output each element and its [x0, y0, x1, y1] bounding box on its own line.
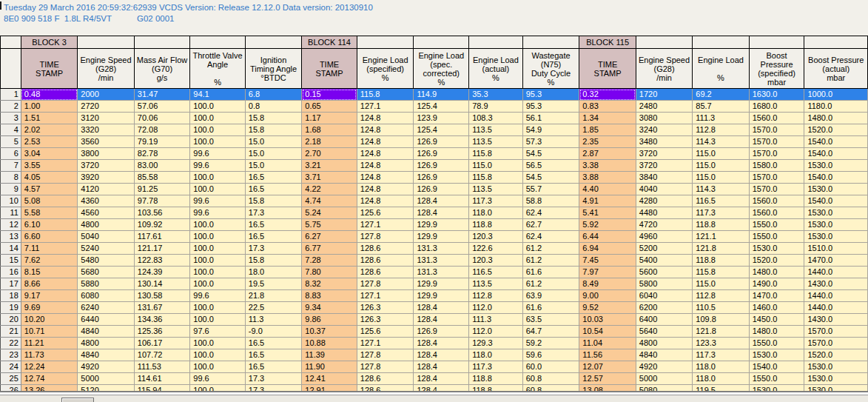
timestamp-cell[interactable]: 6.27 — [302, 231, 357, 243]
timestamp-cell[interactable]: 9.86 — [302, 314, 357, 326]
value-cell[interactable]: 56.1 — [522, 113, 579, 124]
value-cell[interactable]: 4960 — [636, 231, 692, 243]
value-cell[interactable]: 127.1 — [357, 219, 414, 231]
value-cell[interactable]: 5800 — [636, 278, 692, 290]
value-cell[interactable]: 56.5 — [522, 160, 579, 172]
timestamp-cell[interactable]: 5.08 — [21, 195, 77, 207]
timestamp-cell[interactable]: 1.85 — [579, 124, 636, 136]
value-cell[interactable]: 6.8 — [245, 89, 301, 101]
value-cell[interactable]: 124.8 — [357, 124, 414, 136]
value-cell[interactable]: 78.9 — [469, 101, 523, 113]
timestamp-cell[interactable]: 3.38 — [579, 160, 636, 172]
value-cell[interactable]: 122.83 — [134, 255, 190, 267]
value-cell[interactable]: -9.0 — [245, 326, 301, 338]
value-cell[interactable]: 1480.0 — [749, 267, 804, 278]
timestamp-cell[interactable]: 0.83 — [579, 101, 636, 113]
value-cell[interactable]: 99.6 — [190, 373, 246, 385]
value-cell[interactable]: 1560.0 — [749, 113, 804, 124]
value-cell[interactable]: 124.8 — [357, 136, 414, 148]
value-cell[interactable]: 4480 — [636, 207, 692, 219]
timestamp-cell[interactable]: 2.02 — [21, 124, 77, 136]
value-cell[interactable]: 4800 — [636, 338, 692, 349]
value-cell[interactable]: 118.8 — [693, 219, 749, 231]
value-cell[interactable]: 5000 — [636, 373, 692, 385]
timestamp-cell[interactable]: 7.62 — [21, 255, 77, 267]
value-cell[interactable]: 1470.0 — [749, 290, 804, 302]
value-cell[interactable]: 59.6 — [522, 349, 579, 361]
row-number[interactable]: 12 — [1, 219, 21, 231]
value-cell[interactable]: 4920 — [636, 361, 692, 373]
timestamp-cell[interactable]: 0.15 — [302, 89, 357, 101]
value-cell[interactable]: 128.4 — [414, 302, 469, 314]
value-cell[interactable]: 114.9 — [414, 89, 469, 101]
value-cell[interactable]: 118.0 — [693, 361, 749, 373]
value-cell[interactable]: 97.78 — [134, 195, 190, 207]
value-cell[interactable]: 61.6 — [522, 267, 579, 278]
value-cell[interactable]: 112.8 — [693, 290, 749, 302]
timestamp-cell[interactable]: 1.00 — [21, 101, 77, 113]
value-cell[interactable]: 62.7 — [522, 219, 579, 231]
timestamp-cell[interactable]: 6.77 — [302, 243, 357, 255]
value-cell[interactable]: 3320 — [78, 124, 134, 136]
timestamp-cell[interactable]: 5.58 — [21, 207, 77, 219]
value-cell[interactable]: 63.9 — [522, 290, 579, 302]
value-cell[interactable]: 1450.0 — [749, 314, 804, 326]
timestamp-cell[interactable]: 2.18 — [302, 136, 357, 148]
timestamp-cell[interactable]: 6.44 — [579, 231, 636, 243]
value-cell[interactable]: 118.0 — [469, 207, 523, 219]
value-cell[interactable]: 121.8 — [693, 243, 749, 255]
timestamp-cell[interactable]: 1.34 — [579, 113, 636, 124]
row-number[interactable]: 24 — [1, 361, 21, 373]
value-cell[interactable]: 129.9 — [414, 278, 469, 290]
value-cell[interactable]: 57.3 — [522, 136, 579, 148]
value-cell[interactable]: 1540.0 — [804, 172, 868, 184]
value-cell[interactable]: 1440.0 — [804, 290, 868, 302]
value-cell[interactable]: 6040 — [636, 290, 692, 302]
timestamp-cell[interactable]: 8.32 — [302, 278, 357, 290]
value-cell[interactable]: 1570.0 — [804, 326, 868, 338]
value-cell[interactable]: 16.5 — [245, 349, 301, 361]
timestamp-cell[interactable]: 4.22 — [302, 184, 357, 195]
value-cell[interactable]: 127.1 — [357, 290, 414, 302]
value-cell[interactable]: 19.5 — [245, 278, 301, 290]
value-cell[interactable]: 2720 — [78, 101, 134, 113]
value-cell[interactable]: 1570.0 — [749, 136, 804, 148]
value-cell[interactable]: 5000 — [78, 373, 134, 385]
value-cell[interactable]: 17.3 — [245, 373, 301, 385]
row-number[interactable]: 9 — [1, 184, 21, 195]
row-number[interactable]: 17 — [1, 278, 21, 290]
value-cell[interactable]: 118.0 — [469, 349, 523, 361]
row-number[interactable]: 4 — [1, 124, 21, 136]
row-number[interactable]: 21 — [1, 326, 21, 338]
row-number[interactable]: 22 — [1, 338, 21, 349]
value-cell[interactable]: 1520.0 — [749, 255, 804, 267]
value-cell[interactable]: 121.1 — [693, 231, 749, 243]
value-cell[interactable]: 115.8 — [693, 267, 749, 278]
value-cell[interactable]: 125.6 — [357, 207, 414, 219]
value-cell[interactable]: 117.3 — [469, 361, 523, 373]
value-cell[interactable]: 124.8 — [357, 160, 414, 172]
value-cell[interactable]: 113.5 — [469, 124, 523, 136]
value-cell[interactable]: 130.14 — [134, 278, 190, 290]
value-cell[interactable]: 5240 — [78, 243, 134, 255]
timestamp-cell[interactable]: 10.03 — [579, 314, 636, 326]
value-cell[interactable]: 15.0 — [245, 148, 301, 160]
value-cell[interactable]: 62.4 — [522, 207, 579, 219]
value-cell[interactable]: 115.0 — [693, 160, 749, 172]
value-cell[interactable]: 4040 — [636, 184, 692, 195]
value-cell[interactable]: 117.61 — [134, 231, 190, 243]
value-cell[interactable]: 103.56 — [134, 207, 190, 219]
value-cell[interactable]: 1530.0 — [804, 373, 868, 385]
value-cell[interactable]: 115.0 — [693, 148, 749, 160]
value-cell[interactable]: 1530.0 — [804, 160, 868, 172]
value-cell[interactable]: 3480 — [636, 136, 692, 148]
value-cell[interactable]: 91.25 — [134, 184, 190, 195]
value-cell[interactable]: 1530.0 — [804, 361, 868, 373]
timestamp-cell[interactable]: 5.75 — [302, 219, 357, 231]
value-cell[interactable]: 72.08 — [134, 124, 190, 136]
timestamp-cell[interactable]: 10.37 — [302, 326, 357, 338]
value-cell[interactable]: 114.3 — [693, 184, 749, 195]
value-cell[interactable]: 1530.0 — [804, 207, 868, 219]
value-cell[interactable]: 100.0 — [190, 361, 246, 373]
timestamp-cell[interactable]: 2.53 — [21, 136, 77, 148]
